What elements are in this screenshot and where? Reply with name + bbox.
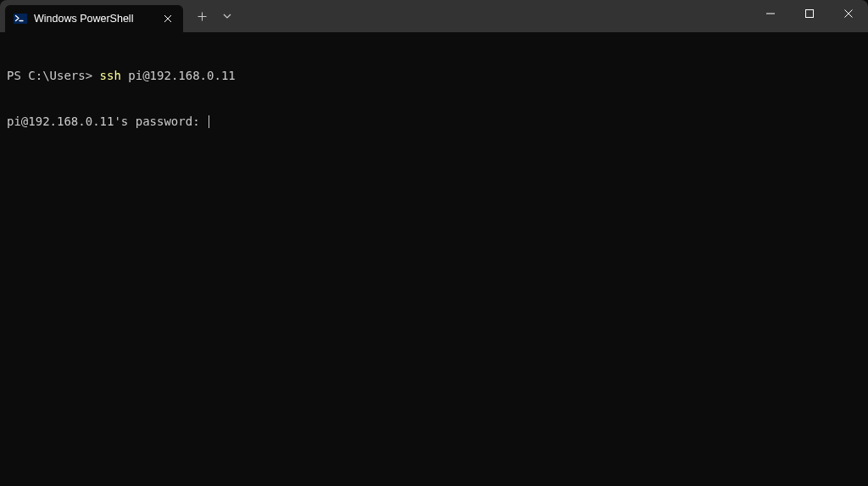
cursor	[209, 115, 209, 128]
powershell-icon	[14, 12, 27, 25]
terminal-output[interactable]: PS C:\Users> ssh pi@192.168.0.11 pi@192.…	[0, 32, 868, 149]
tab-area: Windows PowerShell	[0, 0, 239, 32]
tab-close-button[interactable]	[161, 12, 175, 25]
new-tab-button[interactable]	[190, 4, 214, 28]
tab-title: Windows PowerShell	[34, 13, 154, 25]
command-keyword: ssh	[100, 69, 121, 82]
maximize-button[interactable]	[790, 0, 829, 27]
password-prompt: pi@192.168.0.11's password:	[7, 115, 207, 128]
window-controls	[751, 0, 868, 27]
tab-dropdown-button[interactable]	[215, 4, 239, 28]
command-line: PS C:\Users> ssh pi@192.168.0.11	[7, 68, 861, 83]
command-arg: pi@192.168.0.11	[121, 69, 236, 82]
tab-controls	[183, 0, 239, 32]
tab-powershell[interactable]: Windows PowerShell	[5, 5, 183, 32]
minimize-button[interactable]	[751, 0, 790, 27]
svg-rect-7	[806, 10, 814, 18]
titlebar: Windows PowerShell	[0, 0, 868, 32]
prompt-prefix: PS C:\Users>	[7, 69, 100, 82]
password-prompt-line: pi@192.168.0.11's password:	[7, 114, 861, 129]
close-button[interactable]	[829, 0, 868, 27]
svg-rect-0	[14, 14, 27, 24]
